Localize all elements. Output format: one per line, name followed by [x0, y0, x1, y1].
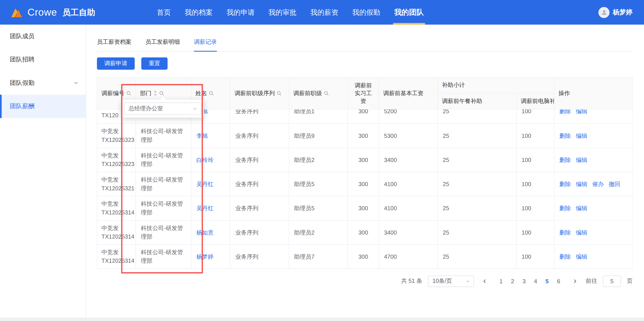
dept-filter-dropdown: 总经理办公室 — [122, 100, 204, 118]
withdraw-action-link[interactable]: 撤回 — [609, 180, 620, 188]
employee-name-link[interactable]: 杨如意 — [196, 229, 214, 235]
nav-item-my-team[interactable]: 我的团队 — [394, 0, 424, 24]
nav-item-profile[interactable]: 我的档案 — [185, 0, 213, 24]
col-header-base-salary: 调薪前基本工资 — [379, 77, 438, 109]
tab-payroll-detail[interactable]: 员工发薪明细 — [146, 35, 180, 51]
table-row: 中竞发 TX12025314 科技公司-研发管理部 杨梦婷 业务序列 助理员7 … — [97, 245, 632, 269]
search-icon[interactable] — [324, 91, 329, 96]
delete-action-link[interactable]: 删除 — [560, 204, 571, 213]
edit-action-link[interactable]: 编辑 — [576, 131, 587, 140]
page-number-4[interactable]: 4 — [530, 275, 541, 287]
tab-salary-archive[interactable]: 员工薪资档案 — [97, 35, 131, 51]
cell-level: 助理员2 — [289, 148, 348, 172]
edit-action-link[interactable]: 编辑 — [576, 156, 587, 164]
cell-level: 助理员5 — [289, 196, 348, 220]
page-number-6[interactable]: 6 — [553, 275, 564, 287]
reset-button[interactable]: 重置 — [141, 57, 168, 70]
cell-intern: 300 — [348, 245, 379, 269]
col-header-subsidy-group: 补助小计 — [438, 77, 554, 93]
employee-name-link[interactable]: 李旭 — [196, 132, 208, 139]
main-nav: 首页 我的档案 我的申请 我的审批 我的薪资 我的假勤 我的团队 — [157, 0, 424, 24]
next-page-button[interactable] — [570, 275, 580, 287]
cell-computer: 100 — [516, 220, 554, 244]
cell-level: 助理员1 — [294, 110, 343, 123]
cell-computer: 100 — [516, 148, 554, 172]
selected-dept-value: 总经理办公室 — [128, 105, 163, 112]
sidebar: 团队成员 团队招聘 团队假勤 团队薪酬 — [0, 24, 86, 318]
cell-dept: 科技公司-研发管理部 — [136, 220, 191, 244]
total-count: 共 51 条 — [401, 277, 422, 285]
cell-lunch: 25 — [438, 148, 516, 172]
cell-dept: 科技公司-研发管理部 — [136, 148, 191, 172]
cell-computer: 100 — [516, 172, 554, 196]
delete-action-link[interactable]: 删除 — [560, 180, 571, 188]
employee-name-link[interactable]: 杨梦婷 — [196, 253, 214, 260]
edit-action-link[interactable]: 编辑 — [576, 180, 587, 188]
edit-action-link[interactable]: 编辑 — [576, 252, 587, 261]
table-row: 中竞发 TX12025321 科技公司-研发管理部 吴丹红 业务序列 助理员5 … — [97, 172, 632, 196]
cell-level: 助理员7 — [289, 245, 348, 269]
employee-name-link[interactable]: 白玲玲 — [196, 156, 214, 163]
page-number-5[interactable]: 5 — [541, 275, 553, 287]
top-navbar: Crowe 员工自助 首页 我的档案 我的申请 我的审批 我的薪资 我的假勤 我… — [0, 0, 644, 24]
page-size-select[interactable]: 10条/页 — [428, 275, 474, 287]
cell-base: 5300 — [379, 124, 438, 148]
cell-code: 中竞发 TX12025314 — [97, 220, 136, 244]
goto-page-input[interactable] — [603, 275, 621, 287]
tab-adjustment-records[interactable]: 调薪记录 — [194, 35, 217, 52]
cell-seq: 业务序列 — [230, 172, 289, 196]
cell-base: 4100 — [379, 196, 438, 220]
page-number-2[interactable]: 2 — [507, 275, 518, 287]
sort-icon[interactable] — [153, 90, 157, 97]
sidebar-item-recruitment[interactable]: 团队招聘 — [0, 48, 86, 71]
sidebar-item-compensation[interactable]: 团队薪酬 — [0, 95, 86, 118]
user-name: 杨梦婷 — [613, 8, 632, 17]
nav-item-attendance[interactable]: 我的假勤 — [352, 0, 380, 24]
col-header-intern-salary: 调薪前实习工资 — [348, 77, 379, 109]
cell-lunch: 25 — [438, 245, 516, 269]
nav-item-home[interactable]: 首页 — [157, 0, 171, 24]
search-icon[interactable] — [159, 91, 164, 96]
cell-code: 中竞发 TX12025323 — [97, 124, 136, 148]
tab-bar: 员工薪资档案 员工发薪明细 调薪记录 — [97, 35, 632, 52]
chevron-down-icon — [465, 279, 470, 284]
delete-action-link[interactable]: 删除 — [560, 110, 571, 116]
employee-name-link[interactable]: 吴丹红 — [196, 180, 214, 187]
delete-action-link[interactable]: 删除 — [560, 252, 571, 261]
nav-item-approvals[interactable]: 我的审批 — [269, 0, 296, 24]
edit-action-link[interactable]: 编辑 — [576, 110, 587, 116]
sidebar-item-attendance[interactable]: 团队假勤 — [0, 71, 86, 95]
cell-base: 5200 — [384, 110, 432, 123]
delete-action-link[interactable]: 删除 — [560, 156, 571, 164]
page-number-1[interactable]: 1 — [495, 275, 507, 287]
brand: Crowe 员工自助 — [11, 6, 95, 18]
edit-action-link[interactable]: 编辑 — [576, 204, 587, 213]
search-icon[interactable] — [126, 91, 132, 96]
cell-lunch: 25 — [443, 110, 511, 123]
nav-item-salary[interactable]: 我的薪资 — [310, 0, 338, 24]
delete-action-link[interactable]: 删除 — [560, 131, 571, 140]
search-icon[interactable] — [209, 91, 214, 96]
sidebar-item-team-members[interactable]: 团队成员 — [0, 24, 86, 48]
search-icon[interactable] — [276, 91, 282, 96]
col-header-seq: 调薪前职级序列 — [230, 77, 289, 109]
goto-suffix: 页 — [627, 277, 632, 285]
cell-seq: 业务序列 — [230, 124, 289, 148]
table-row: 中竞发 TX12025314 科技公司-研发管理部 吴丹红 业务序列 助理员5 … — [97, 196, 632, 220]
delete-action-link[interactable]: 删除 — [560, 228, 571, 237]
nav-item-applications[interactable]: 我的申请 — [226, 0, 254, 24]
prev-page-button[interactable] — [480, 275, 490, 287]
urge-action-link[interactable]: 催办 — [592, 180, 604, 188]
cell-computer: 100 — [516, 124, 554, 148]
dept-filter-select[interactable]: 总经理办公室 — [124, 103, 201, 115]
cell-intern: 300 — [348, 220, 379, 244]
cell-base: 3400 — [379, 148, 438, 172]
cell-lunch: 25 — [438, 124, 516, 148]
employee-name-link[interactable]: 吴丹红 — [196, 205, 214, 211]
cell-base: 3400 — [379, 220, 438, 244]
edit-action-link[interactable]: 编辑 — [576, 228, 587, 237]
adjust-salary-button[interactable]: 调薪申请 — [97, 57, 135, 70]
table-row: 中竞发 TX12025323 科技公司-研发管理部 白玲玲 业务序列 助理员2 … — [97, 148, 632, 172]
user-menu[interactable]: 杨梦婷 — [598, 7, 632, 18]
page-number-3[interactable]: 3 — [518, 275, 530, 287]
